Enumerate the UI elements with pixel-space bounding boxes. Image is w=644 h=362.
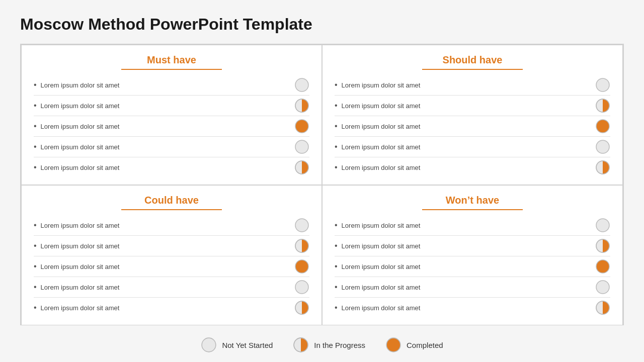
item-text: •Lorem ipsum dolor sit amet <box>335 163 420 171</box>
item-row: •Lorem ipsum dolor sit amet <box>335 215 610 236</box>
item-row: •Lorem ipsum dolor sit amet <box>335 298 610 318</box>
item-label: Lorem ipsum dolor sit amet <box>342 123 421 130</box>
quadrant-should-have: Should have•Lorem ipsum dolor sit amet •… <box>322 45 623 185</box>
item-text: •Lorem ipsum dolor sit amet <box>34 283 119 291</box>
bullet-icon: • <box>335 304 338 312</box>
item-row: •Lorem ipsum dolor sit amet <box>335 116 610 137</box>
bullet-icon: • <box>335 143 338 151</box>
item-label: Lorem ipsum dolor sit amet <box>342 263 421 270</box>
item-label: Lorem ipsum dolor sit amet <box>41 102 120 110</box>
status-icon-half <box>294 238 309 253</box>
bullet-icon: • <box>335 122 338 130</box>
item-row: •Lorem ipsum dolor sit amet <box>335 137 610 157</box>
status-icon-full <box>595 119 610 134</box>
item-row: •Lorem ipsum dolor sit amet <box>34 256 309 277</box>
legend-circle-full <box>385 337 401 353</box>
page-container: Moscow Method PowerPoint Template Must h… <box>0 0 644 362</box>
svg-point-0 <box>295 78 308 92</box>
bullet-icon: • <box>34 221 37 229</box>
item-text: •Lorem ipsum dolor sit amet <box>34 122 119 130</box>
status-icon-empty <box>595 139 610 154</box>
item-row: •Lorem ipsum dolor sit amet <box>34 137 309 157</box>
status-icon-half <box>294 300 309 315</box>
item-text: •Lorem ipsum dolor sit amet <box>335 122 420 130</box>
legend-circle-half <box>293 337 309 353</box>
item-text: •Lorem ipsum dolor sit amet <box>34 81 119 89</box>
item-label: Lorem ipsum dolor sit amet <box>41 222 120 229</box>
status-icon-full <box>294 119 309 134</box>
status-icon-empty <box>294 139 309 154</box>
svg-point-10 <box>596 120 609 133</box>
bullet-icon: • <box>335 81 338 89</box>
status-icon-full <box>294 259 309 274</box>
page-title: Moscow Method PowerPoint Template <box>20 15 624 34</box>
legend-label-full: Completed <box>407 341 443 349</box>
item-text: •Lorem ipsum dolor sit amet <box>335 102 420 110</box>
item-row: •Lorem ipsum dolor sit amet <box>34 277 309 298</box>
svg-point-31 <box>386 338 400 352</box>
title-underline-could-have <box>121 209 222 210</box>
bullet-icon: • <box>335 242 338 250</box>
status-icon-empty <box>595 77 610 93</box>
item-text: •Lorem ipsum dolor sit amet <box>34 221 119 229</box>
item-row: •Lorem ipsum dolor sit amet <box>34 215 309 236</box>
bullet-icon: • <box>335 221 338 229</box>
svg-point-18 <box>295 281 308 294</box>
bullet-icon: • <box>34 143 37 151</box>
title-underline-must-have <box>121 69 222 70</box>
status-icon-half <box>595 98 610 113</box>
svg-point-3 <box>295 120 308 133</box>
item-text: •Lorem ipsum dolor sit amet <box>34 163 119 171</box>
quadrant-title-must-have: Must have <box>34 54 309 66</box>
bullet-icon: • <box>34 102 37 110</box>
item-text: •Lorem ipsum dolor sit amet <box>335 242 420 250</box>
bullet-icon: • <box>335 262 338 270</box>
item-label: Lorem ipsum dolor sit amet <box>41 263 120 270</box>
quadrant-title-wont-have: Won’t have <box>335 195 610 206</box>
item-label: Lorem ipsum dolor sit amet <box>342 284 421 291</box>
item-text: •Lorem ipsum dolor sit amet <box>34 304 119 312</box>
legend-circle-empty <box>201 337 217 353</box>
item-label: Lorem ipsum dolor sit amet <box>41 242 120 250</box>
item-row: •Lorem ipsum dolor sit amet <box>34 157 309 177</box>
status-icon-half <box>294 98 309 113</box>
legend-item-half: In the Progress <box>293 337 365 353</box>
item-row: •Lorem ipsum dolor sit amet <box>335 256 610 277</box>
status-icon-half <box>595 300 610 315</box>
item-row: •Lorem ipsum dolor sit amet <box>335 277 610 298</box>
item-text: •Lorem ipsum dolor sit amet <box>335 304 420 312</box>
item-row: •Lorem ipsum dolor sit amet <box>34 96 309 116</box>
bullet-icon: • <box>34 283 37 291</box>
legend-label-half: In the Progress <box>314 341 365 349</box>
status-icon-half <box>595 238 610 253</box>
status-icon-empty <box>294 77 309 93</box>
item-row: •Lorem ipsum dolor sit amet <box>34 236 309 256</box>
svg-point-4 <box>295 140 308 153</box>
item-label: Lorem ipsum dolor sit amet <box>342 102 421 110</box>
item-row: •Lorem ipsum dolor sit amet <box>335 96 610 116</box>
quadrant-title-should-have: Should have <box>335 54 610 66</box>
item-row: •Lorem ipsum dolor sit amet <box>335 236 610 256</box>
quadrant-title-could-have: Could have <box>34 195 309 206</box>
bullet-icon: • <box>335 163 338 171</box>
bullet-icon: • <box>335 102 338 110</box>
item-text: •Lorem ipsum dolor sit amet <box>34 102 119 110</box>
bullet-icon: • <box>34 242 37 250</box>
item-label: Lorem ipsum dolor sit amet <box>342 164 421 171</box>
status-icon-empty <box>294 280 309 295</box>
status-icon-empty <box>595 280 610 295</box>
item-label: Lorem ipsum dolor sit amet <box>41 123 120 130</box>
item-row: •Lorem ipsum dolor sit amet <box>335 75 610 96</box>
quadrant-grid: Must have•Lorem ipsum dolor sit amet •Lo… <box>20 44 624 325</box>
title-underline-wont-have <box>422 209 523 210</box>
item-label: Lorem ipsum dolor sit amet <box>342 304 421 312</box>
svg-point-7 <box>596 78 609 92</box>
svg-point-17 <box>295 260 308 273</box>
item-text: •Lorem ipsum dolor sit amet <box>335 81 420 89</box>
legend-item-full: Completed <box>385 337 443 353</box>
svg-point-28 <box>202 338 216 352</box>
item-text: •Lorem ipsum dolor sit amet <box>34 262 119 270</box>
svg-point-21 <box>596 219 609 232</box>
item-label: Lorem ipsum dolor sit amet <box>342 143 421 151</box>
item-label: Lorem ipsum dolor sit amet <box>41 81 120 89</box>
